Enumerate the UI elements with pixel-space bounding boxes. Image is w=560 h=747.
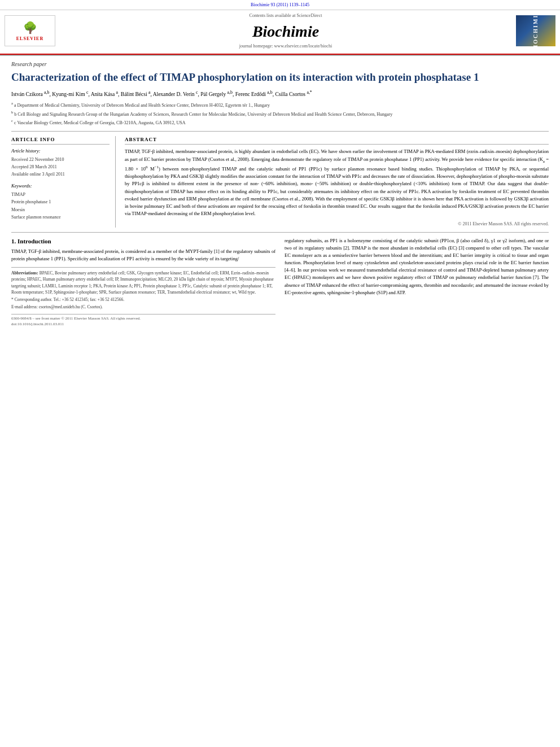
corresponding-author: * Corresponding author. Tel.: +36 52 412… <box>11 296 275 303</box>
journal-name: Biochimie <box>55 20 516 42</box>
section-divider <box>11 232 549 233</box>
sciencedirect-text: Contents lists available at ScienceDirec… <box>55 12 516 19</box>
intro-heading: 1. Introduction <box>11 237 275 246</box>
accepted-date: Accepted 28 March 2011 <box>11 164 110 171</box>
intro-left: 1. Introduction TIMAP, TGF-β inhibited, … <box>11 237 275 327</box>
bottom-bar-text: 0300-9084/$ – see front matter © 2011 El… <box>11 316 275 322</box>
doi-text: doi:10.1016/j.biochi.2011.03.011 <box>11 322 275 327</box>
two-col-section: ARTICLE INFO Article history: Received 2… <box>11 131 549 228</box>
abbreviations-label: Abbreviations: BPAEC, Bovine pulmonary a… <box>11 270 275 295</box>
affil-3: c c Vascular Biology Center, Medical Col… <box>11 118 549 126</box>
keyword-1: TIMAP <box>11 191 110 199</box>
main-content: Research paper Characterization of the e… <box>0 55 560 332</box>
available-date: Available online 3 April 2011 <box>11 171 110 178</box>
journal-center: Contents lists available at ScienceDirec… <box>55 12 516 49</box>
journal-homepage: journal homepage: www.elsevier.com/locat… <box>55 43 516 49</box>
keyword-3: Moesin <box>11 206 110 214</box>
keyword-4: Surface plasmon resonance <box>11 213 110 221</box>
bottom-bar: 0300-9084/$ – see front matter © 2011 El… <box>11 314 275 327</box>
article-dates: Received 22 November 2010 Accepted 28 Ma… <box>11 156 110 178</box>
journal-ref: Biochimie 93 (2011) 1139–1145 <box>251 2 309 7</box>
elsevier-name: ELSEVIER <box>16 36 43 42</box>
abstract-col: ABSTRACT TIMAP, TGF-β inhibited, membran… <box>125 136 549 228</box>
article-title: Characterization of the effect of TIMAP … <box>11 71 549 85</box>
abstract-label: ABSTRACT <box>125 136 549 145</box>
affil-1: a a Department of Medical Chemistry, Uni… <box>11 101 549 109</box>
footnotes-area: Abbreviations: BPAEC, Bovine pulmonary a… <box>11 267 275 311</box>
received-date: Received 22 November 2010 <box>11 156 110 164</box>
article-info-label: ARTICLE INFO <box>11 136 110 145</box>
elsevier-tree-icon: 🌳 <box>23 20 37 36</box>
biochimie-badge-text: BIOCHIMIE <box>532 15 540 46</box>
journal-top-bar: Biochimie 93 (2011) 1139–1145 <box>0 0 560 10</box>
biochimie-badge: BIOCHIMIE <box>516 15 555 46</box>
journal-header: Biochimie 93 (2011) 1139–1145 🌳 ELSEVIER… <box>0 0 560 55</box>
affil-2: b b Cell Biology and Signaling Research … <box>11 110 549 118</box>
journal-logo-row: 🌳 ELSEVIER Contents lists available at S… <box>0 10 560 51</box>
email-address: E-mail address: csortos@med.unideb.hu (C… <box>11 304 275 310</box>
authors: István Czikora a,b, Kyung-mi Kim c, Anit… <box>11 89 549 98</box>
keywords-label: Keywords: <box>11 183 110 190</box>
article-info-col: ARTICLE INFO Article history: Received 2… <box>11 136 116 228</box>
keyword-2: Protein phosphatase 1 <box>11 198 110 206</box>
affiliations: a a Department of Medical Chemistry, Uni… <box>11 101 549 126</box>
intro-text-left: TIMAP, TGF-β inhibited, membrane-associa… <box>11 248 275 263</box>
article-history-label: Article history: <box>11 148 110 155</box>
intro-section: 1. Introduction TIMAP, TGF-β inhibited, … <box>11 237 549 327</box>
intro-text-right: regulatory subunits, as PP1 is a holoenz… <box>285 237 549 296</box>
elsevier-logo: 🌳 ELSEVIER <box>5 15 55 46</box>
article-type-label: Research paper <box>11 60 549 68</box>
author-names: István Czikora a,b, Kyung-mi Kim c, Anit… <box>11 91 312 97</box>
abstract-text: TIMAP, TGF-β inhibited, membrane-associa… <box>125 148 549 217</box>
keywords-list: TIMAP Protein phosphatase 1 Moesin Surfa… <box>11 191 110 221</box>
copyright-line: © 2011 Elsevier Masson SAS. All rights r… <box>125 221 549 227</box>
intro-right: regulatory subunits, as PP1 is a holoenz… <box>285 237 549 327</box>
